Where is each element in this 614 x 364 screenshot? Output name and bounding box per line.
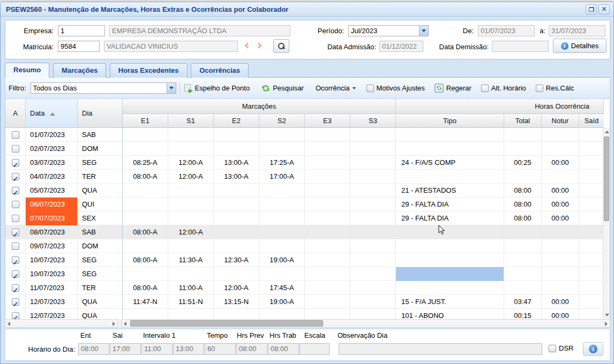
s2-cell[interactable] [259,128,305,142]
saida-cell[interactable] [579,281,604,295]
pesquisar-button[interactable]: Pesquisar [261,84,304,93]
s1-cell[interactable] [168,128,214,142]
date-cell[interactable]: 04/07/2023 [26,170,78,184]
total-cell[interactable] [504,170,542,184]
e1-cell[interactable] [123,211,168,225]
notur-cell[interactable]: 00:00 [542,198,579,211]
e1-cell[interactable]: 08:00-A [123,253,168,267]
s1-cell[interactable] [168,198,214,211]
motivos-ajustes-toggle[interactable]: Motivos Ajustes [366,84,425,92]
date-cell[interactable]: 09/07/2023 [26,239,78,253]
table-row[interactable]: 04/07/2023TER08:00-A12:00-A13:00-A17:00-… [5,170,604,184]
e3-cell[interactable] [305,267,350,281]
filtro-dropdown-button[interactable] [167,83,176,93]
empresa-input[interactable]: 1 [58,25,105,36]
s2-cell[interactable] [259,211,305,225]
day-cell[interactable]: SEG [78,253,123,267]
saida-cell[interactable] [579,170,604,184]
table-row[interactable]: 06/07/2023QUI29 - FALTA DIA08:0000:00 [5,198,604,211]
notur-cell[interactable] [542,128,579,142]
tipo-cell[interactable] [396,281,504,295]
scroll-left-icon[interactable] [124,322,126,326]
e3-cell[interactable] [305,142,350,156]
e3-cell[interactable] [305,225,350,239]
res-calc-checkbox[interactable] [536,85,543,92]
e2-cell[interactable] [214,128,259,142]
day-cell[interactable]: QUA [78,309,123,319]
column-header-e3[interactable]: E3 [305,114,350,128]
table-row[interactable]: 01/07/2023SAB [5,128,604,142]
e2-cell[interactable]: 13:00-A [214,156,259,170]
day-cell[interactable]: SAB [78,128,123,142]
day-cell[interactable]: SEG [78,267,123,281]
e2-cell[interactable]: 13:00-A [214,170,259,184]
regerar-button[interactable]: Regerar [435,84,471,93]
search-button[interactable] [273,39,289,53]
table-row[interactable]: 12/07/2023QUA101 - ABONO00:1500:00 [5,309,604,319]
saida-cell[interactable] [579,211,604,225]
s2-cell[interactable] [259,184,305,198]
e1-cell[interactable]: 08:00-A [123,170,168,184]
date-cell[interactable]: 10/07/2023 [26,253,78,267]
s3-cell[interactable] [350,184,396,198]
tipo-cell[interactable]: 24 - F/A/S COMP [396,156,504,170]
s2-cell[interactable] [259,142,305,156]
date-cell[interactable]: 01/07/2023 [26,128,78,142]
total-cell[interactable]: 00:15 [504,309,542,319]
filtro-combo[interactable]: Todos os Dias [31,82,176,94]
res-calc-toggle[interactable]: Res.Cálc [536,84,574,92]
notur-cell[interactable] [542,142,579,156]
date-cell[interactable]: 02/07/2023 [26,142,78,156]
e2-cell[interactable] [214,267,259,281]
s3-cell[interactable] [350,198,396,211]
date-cell[interactable]: 05/07/2023 [26,184,78,198]
row-checkbox-checked[interactable] [12,229,19,236]
saida-cell[interactable] [579,225,604,239]
s1-cell[interactable] [168,267,214,281]
notur-cell[interactable]: 00:00 [542,309,579,319]
day-cell[interactable]: DOM [78,142,123,156]
s3-cell[interactable] [350,156,396,170]
total-cell[interactable] [504,267,542,281]
day-cell[interactable]: TER [78,170,123,184]
notur-cell[interactable] [542,225,579,239]
notur-cell[interactable]: 00:00 [542,184,579,198]
table-row[interactable]: 02/07/2023DOM [5,142,604,156]
row-checkbox-checked[interactable] [12,284,19,292]
e3-cell[interactable] [305,211,350,225]
total-cell[interactable] [504,142,542,156]
column-header-s1[interactable]: S1 [168,114,214,128]
e1-cell[interactable]: 08:25-A [123,156,168,170]
e3-cell[interactable] [305,309,350,319]
saida-cell[interactable] [579,184,604,198]
total-cell[interactable] [504,225,542,239]
s1-cell[interactable] [168,239,214,253]
e1-cell[interactable] [123,198,168,211]
e2-cell[interactable] [214,184,259,198]
date-cell[interactable]: 12/07/2023 [26,309,78,319]
s2-cell[interactable]: 17:45-A [259,281,305,295]
saida-cell[interactable] [579,309,604,319]
date-cell[interactable]: 10/07/2023 [26,267,78,281]
saida-cell[interactable] [579,156,604,170]
tipo-cell[interactable]: 21 - ATESTADOS [396,184,504,198]
notur-cell[interactable] [542,253,579,267]
saida-cell[interactable] [579,253,604,267]
s1-cell[interactable] [168,184,214,198]
day-cell[interactable]: DOM [78,239,123,253]
s3-cell[interactable] [350,225,396,239]
tipo-cell[interactable]: 15 - F/A JUST. [396,295,504,309]
tipo-cell[interactable] [396,225,504,239]
scroll-left-icon[interactable] [8,322,10,326]
detalhes-button[interactable]: i Detalhes [553,39,606,53]
e3-cell[interactable] [305,281,350,295]
s1-cell[interactable] [168,211,214,225]
s2-cell[interactable] [259,198,305,211]
day-cell[interactable]: TER [78,281,123,295]
e2-cell[interactable] [214,211,259,225]
row-checkbox-unchecked[interactable] [12,215,19,222]
day-cell[interactable]: QUA [78,295,123,309]
close-button[interactable]: ✕ [598,4,610,14]
row-checkbox-checked[interactable] [12,173,19,180]
s1-cell[interactable]: 12:00-A [168,156,214,170]
